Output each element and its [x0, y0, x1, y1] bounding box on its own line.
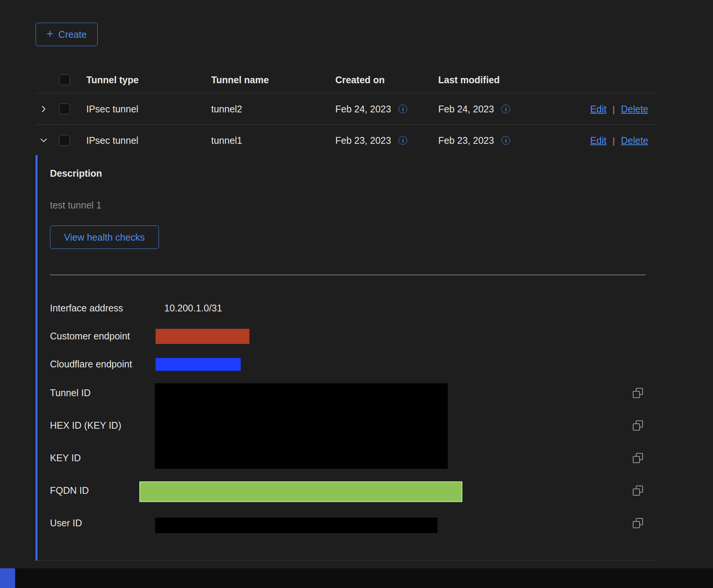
cell-tunnel-name: tunnel1	[211, 135, 242, 146]
select-all-checkbox[interactable]	[59, 75, 70, 86]
row-checkbox[interactable]	[59, 104, 70, 115]
key-id-label: KEY ID	[50, 453, 81, 464]
cell-tunnel-type: IPsec tunnel	[86, 104, 139, 115]
header-last-modified: Last modified	[438, 75, 500, 86]
interface-address-label: Interface address	[50, 303, 123, 314]
info-icon[interactable]: i	[501, 136, 510, 145]
cell-created-on: Feb 23, 2023	[335, 135, 391, 146]
plus-icon: +	[47, 28, 53, 40]
interface-address-value: 10.200.1.0/31	[164, 303, 222, 314]
header-tunnel-name: Tunnel name	[211, 75, 269, 86]
tunnels-table: Tunnel type Tunnel name Created on Last …	[36, 67, 657, 156]
info-icon[interactable]: i	[399, 136, 407, 145]
fqdn-id-label: FQDN ID	[50, 485, 89, 496]
copy-icon[interactable]	[633, 420, 643, 431]
row-checkbox[interactable]	[59, 135, 70, 146]
cloudflare-endpoint-label: Cloudflare endpoint	[50, 359, 132, 370]
create-button[interactable]: + Create	[36, 23, 98, 46]
view-health-checks-button[interactable]: View health checks	[50, 226, 159, 249]
table-row-tunnel1: IPsec tunnel tunnel1 Feb 23, 2023 i Feb …	[36, 125, 657, 156]
delete-link[interactable]: Delete	[621, 104, 648, 115]
header-tunnel-type: Tunnel type	[86, 75, 139, 86]
customer-endpoint-redacted-value	[156, 329, 249, 344]
action-separator: |	[613, 104, 615, 114]
hex-id-label: HEX ID (KEY ID)	[50, 420, 121, 431]
table-row-tunnel2: IPsec tunnel tunnel2 Feb 24, 2023 i Feb …	[36, 93, 657, 125]
description-label: Description	[50, 168, 102, 179]
copy-icon[interactable]	[633, 485, 643, 496]
chevron-right-icon[interactable]	[40, 106, 47, 113]
customer-endpoint-label: Customer endpoint	[50, 331, 130, 342]
footer-accent-block	[0, 568, 15, 588]
cell-tunnel-name: tunnel2	[211, 104, 242, 115]
expanded-row-indicator-bar	[36, 155, 37, 560]
tunnels-page: + Create Tunnel type Tunnel name Created…	[0, 0, 713, 588]
footer-band	[0, 568, 713, 588]
cell-tunnel-type: IPsec tunnel	[86, 135, 139, 146]
cell-created-on: Feb 24, 2023	[335, 104, 391, 115]
create-button-label: Create	[58, 29, 87, 40]
copy-icon[interactable]	[633, 388, 643, 398]
chevron-down-icon[interactable]	[40, 137, 47, 144]
header-created-on: Created on	[335, 75, 385, 86]
fqdn-id-redacted-value	[139, 481, 462, 502]
cell-last-modified: Feb 23, 2023	[438, 135, 494, 146]
action-separator: |	[613, 135, 615, 146]
tunnel-id-label: Tunnel ID	[50, 387, 90, 398]
copy-icon[interactable]	[633, 518, 643, 528]
user-id-redacted-value	[155, 518, 437, 533]
user-id-label: User ID	[50, 518, 82, 529]
delete-link[interactable]: Delete	[621, 135, 648, 146]
cloudflare-endpoint-redacted-value	[156, 358, 241, 371]
copy-icon[interactable]	[633, 453, 643, 463]
edit-link[interactable]: Edit	[590, 135, 606, 146]
info-icon[interactable]: i	[399, 105, 407, 114]
edit-link[interactable]: Edit	[590, 104, 606, 115]
info-icon[interactable]: i	[501, 105, 510, 114]
panel-bottom-border	[36, 560, 657, 561]
section-divider	[50, 275, 646, 275]
description-value: test tunnel 1	[50, 200, 101, 211]
table-header-row: Tunnel type Tunnel name Created on Last …	[36, 67, 657, 93]
ids-redacted-block	[155, 383, 448, 469]
cell-last-modified: Feb 24, 2023	[438, 104, 494, 115]
